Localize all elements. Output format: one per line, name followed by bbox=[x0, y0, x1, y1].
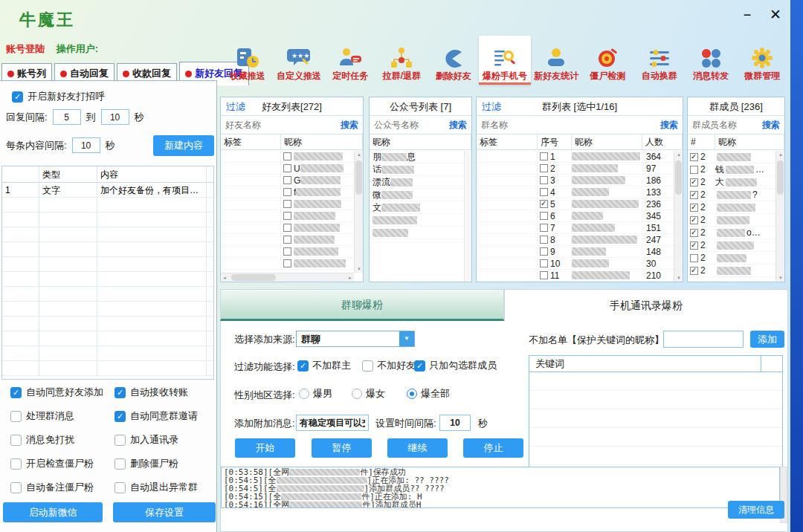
reply-to-input[interactable] bbox=[101, 109, 129, 125]
male-radio[interactable] bbox=[299, 389, 309, 399]
member-row-checkbox[interactable] bbox=[690, 267, 698, 275]
member-row[interactable]: 2 bbox=[688, 151, 775, 163]
group-row-checkbox[interactable] bbox=[540, 212, 548, 220]
female-option[interactable]: 爆女 bbox=[352, 387, 385, 400]
member-row-checkbox[interactable] bbox=[690, 178, 698, 186]
minimize-button[interactable]: − bbox=[735, 4, 760, 25]
toolbar-button[interactable]: 收藏推送 bbox=[222, 36, 273, 85]
friend-search-link[interactable]: 搜索 bbox=[341, 116, 358, 134]
option-checkbox[interactable] bbox=[115, 387, 126, 398]
member-row-checkbox[interactable] bbox=[690, 216, 698, 224]
option-checkbox[interactable] bbox=[115, 435, 126, 446]
member-row[interactable]: 2 钱 … bbox=[688, 163, 775, 176]
male-option[interactable]: 爆男 bbox=[299, 387, 332, 400]
option-checkbox[interactable] bbox=[115, 458, 126, 470]
friend-row-checkbox[interactable] bbox=[283, 188, 291, 196]
member-row-checkbox[interactable] bbox=[690, 229, 698, 237]
fan-tab[interactable]: 群聊爆粉 bbox=[220, 289, 504, 321]
official-search-link[interactable]: 搜索 bbox=[449, 116, 467, 134]
group-filter-link[interactable]: 过滤 bbox=[482, 97, 501, 116]
friend-scrollbar[interactable] bbox=[354, 151, 363, 273]
option-checkbox[interactable] bbox=[10, 482, 22, 493]
group-row[interactable]: 5 236 bbox=[477, 198, 674, 210]
member-row-checkbox[interactable] bbox=[690, 166, 698, 174]
friend-row-checkbox[interactable] bbox=[283, 164, 291, 172]
group-row-checkbox[interactable] bbox=[540, 200, 548, 208]
option-item[interactable]: 处理群消息 bbox=[10, 409, 115, 423]
clear-log-button[interactable]: 清理信息 bbox=[728, 501, 784, 519]
friend-row[interactable] bbox=[221, 151, 354, 163]
extra-message-input[interactable] bbox=[296, 415, 369, 431]
friend-row[interactable]: U bbox=[221, 163, 354, 175]
group-row[interactable]: 7 151 bbox=[477, 222, 674, 234]
reply-from-input[interactable] bbox=[53, 109, 81, 125]
official-row[interactable]: 文 bbox=[370, 201, 464, 214]
toolbar-button[interactable]: 消息转发 bbox=[685, 36, 736, 85]
toolbar-button[interactable]: 拉群/退群 bbox=[376, 36, 428, 85]
option-item[interactable]: 自动同意好友添加 bbox=[10, 386, 115, 399]
toolbar-button[interactable]: 定时任务 bbox=[325, 36, 376, 85]
option-item[interactable]: 自动退出异常群 bbox=[115, 481, 211, 494]
all-radio[interactable] bbox=[407, 389, 417, 399]
option-item[interactable]: 自动接收转账 bbox=[115, 386, 211, 399]
group-row[interactable]: 3 186 bbox=[477, 175, 674, 186]
group-row-checkbox[interactable] bbox=[540, 152, 548, 160]
group-row[interactable]: 9 148 bbox=[477, 246, 674, 258]
friend-row-checkbox[interactable] bbox=[283, 247, 291, 256]
friend-row-checkbox[interactable] bbox=[283, 200, 291, 208]
group-row-checkbox[interactable] bbox=[540, 247, 548, 256]
group-row-checkbox[interactable] bbox=[540, 224, 548, 232]
member-row-checkbox[interactable] bbox=[690, 241, 698, 250]
official-scroll-track[interactable] bbox=[464, 151, 471, 282]
friend-row-checkbox[interactable] bbox=[283, 259, 291, 267]
group-row[interactable]: 4 133 bbox=[477, 186, 674, 198]
toolbar-button[interactable]: 自动换群 bbox=[633, 36, 685, 85]
group-row[interactable]: 10 30 bbox=[477, 258, 674, 270]
friend-row[interactable] bbox=[221, 222, 354, 234]
group-row-checkbox[interactable] bbox=[540, 164, 548, 172]
option-checkbox[interactable] bbox=[115, 482, 126, 493]
group-row[interactable]: 1 364 bbox=[477, 151, 674, 163]
member-row[interactable]: 2 bbox=[688, 265, 775, 277]
official-row[interactable] bbox=[370, 227, 464, 239]
member-row[interactable]: 2 bbox=[688, 239, 775, 252]
member-row-checkbox[interactable] bbox=[690, 254, 698, 262]
group-row[interactable]: 11 210 bbox=[477, 270, 674, 282]
save-settings-button[interactable]: 保存设置 bbox=[113, 502, 216, 522]
fan-tab[interactable]: 手机通讯录爆粉 bbox=[504, 289, 788, 321]
option-item[interactable]: 消息免打扰 bbox=[10, 433, 115, 447]
continue-button[interactable]: 继续 bbox=[387, 438, 448, 458]
stop-button[interactable]: 停止 bbox=[463, 438, 523, 458]
no-owner-checkbox[interactable] bbox=[297, 360, 309, 372]
option-item[interactable]: 自动备注僵尸粉 bbox=[10, 481, 115, 494]
no-friend-option[interactable]: 不加好友 bbox=[362, 359, 416, 372]
friend-search-input[interactable] bbox=[225, 120, 312, 130]
friend-row[interactable] bbox=[221, 210, 354, 222]
official-search-input[interactable] bbox=[374, 120, 434, 130]
friend-row[interactable] bbox=[221, 234, 354, 246]
friend-row[interactable] bbox=[221, 258, 354, 270]
start-new-wechat-button[interactable]: 启动新微信 bbox=[3, 502, 103, 522]
official-row[interactable]: 朋 息 bbox=[370, 151, 464, 163]
blocklist-input[interactable] bbox=[663, 331, 744, 348]
new-content-button[interactable]: 新建内容 bbox=[153, 135, 214, 156]
group-row-checkbox[interactable] bbox=[540, 259, 548, 267]
group-row-checkbox[interactable] bbox=[540, 176, 548, 184]
interval-input[interactable] bbox=[439, 415, 471, 431]
member-row-checkbox[interactable] bbox=[690, 153, 698, 161]
member-row-checkbox[interactable] bbox=[690, 204, 698, 212]
member-row[interactable]: 2 bbox=[688, 214, 775, 227]
official-row[interactable]: 微 bbox=[370, 189, 464, 201]
greet-option[interactable]: 开启新好友打招呼 bbox=[12, 90, 105, 103]
all-option[interactable]: 爆全部 bbox=[407, 387, 450, 400]
member-row[interactable]: 2 ? bbox=[688, 189, 775, 201]
group-row-checkbox[interactable] bbox=[540, 271, 548, 279]
close-button[interactable]: ✕ bbox=[763, 4, 788, 25]
official-row[interactable]: 漂流 bbox=[370, 176, 464, 189]
group-row[interactable]: 6 345 bbox=[477, 210, 674, 222]
female-radio[interactable] bbox=[352, 389, 362, 399]
option-item[interactable]: 删除僵尸粉 bbox=[115, 457, 211, 470]
friend-row[interactable]: G bbox=[221, 175, 354, 186]
option-item[interactable]: 开启检查僵尸粉 bbox=[10, 457, 115, 470]
friend-row[interactable] bbox=[221, 246, 354, 258]
